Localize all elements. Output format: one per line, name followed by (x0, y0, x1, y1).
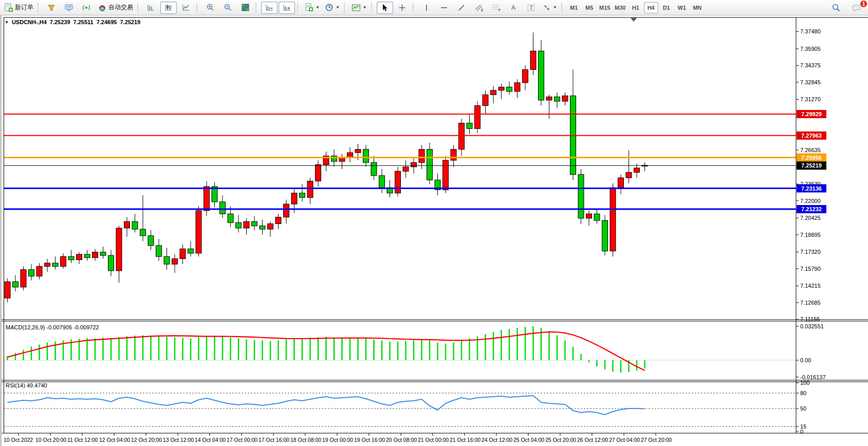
ohlc-open: 7.25239 (50, 19, 70, 25)
signals-button[interactable] (78, 2, 95, 14)
timeframe-W1[interactable]: W1 (675, 2, 689, 13)
monitor-icon (64, 4, 73, 12)
bar-chart-button[interactable] (143, 2, 159, 14)
chevron-down-icon: ▼ (316, 5, 320, 10)
tile-windows-button[interactable] (237, 2, 253, 14)
candle-body (483, 95, 488, 105)
candle-body (594, 214, 600, 220)
timeframe-M5[interactable]: M5 (582, 2, 597, 13)
time-axis-label: 26 Oct 12:00 (577, 437, 608, 443)
macd-signal-value: -0.009722 (73, 324, 99, 330)
notification-badge: 1 (860, 0, 867, 8)
candle-body (156, 246, 162, 256)
new-order-button[interactable]: 新订单 (2, 2, 35, 14)
trendline-tool[interactable] (453, 2, 470, 14)
timeframe-M1[interactable]: M1 (567, 2, 581, 13)
toolbar-grip (561, 3, 564, 12)
zoom-in-icon (206, 3, 215, 12)
crosshair-button[interactable] (394, 2, 411, 14)
price-axis-label: 7.35905 (800, 46, 821, 52)
time-axis-label: 27 Oct 04:00 (609, 437, 640, 443)
time-axis-label: 27 Oct 20:00 (641, 437, 672, 443)
candle-body (507, 87, 512, 91)
candle-body (252, 221, 257, 226)
arrows-tool[interactable]: ▼ (541, 2, 559, 14)
horizontal-line-tool[interactable] (436, 2, 452, 14)
timeframe-H4[interactable]: H4 (644, 2, 658, 13)
svg-text:F: F (498, 8, 501, 12)
trendline-icon (457, 4, 466, 12)
price-axis-label: 7.17320 (800, 249, 821, 255)
price-axis-label: 7.11155 (800, 316, 820, 322)
autotrading-button[interactable]: 自动交易 (96, 2, 135, 14)
candle-body (371, 162, 377, 176)
candle-body (578, 175, 584, 218)
candle-body (52, 263, 58, 266)
vertical-line-tool[interactable] (418, 2, 435, 14)
candle-body (355, 150, 361, 153)
candle-body (29, 270, 34, 276)
price-axis-label: 7.22000 (800, 198, 821, 204)
text-icon: A (510, 4, 518, 12)
search-button[interactable] (828, 2, 844, 14)
vertical-line-icon (423, 4, 430, 12)
candle-body (100, 252, 106, 255)
notifications-button[interactable]: 1 (848, 2, 865, 14)
candle-body (116, 228, 122, 271)
candle-body (68, 256, 74, 259)
metaeditor-button[interactable] (43, 2, 60, 14)
rsi-value: 49.4740 (27, 382, 47, 388)
line-chart-button[interactable] (178, 2, 194, 14)
autotrading-icon (98, 4, 107, 12)
candle-body (307, 181, 313, 197)
time-axis-label: 21 Oct 00:00 (418, 437, 449, 443)
time-axis-label: 21 Oct 16:00 (450, 437, 481, 443)
clock-icon (325, 3, 334, 12)
timeframe-D1[interactable]: D1 (659, 2, 674, 13)
periods-button[interactable]: ▼ (323, 2, 342, 14)
price-axis-label: 7.32845 (800, 79, 821, 85)
text-label-tool[interactable]: T (523, 2, 540, 14)
candle-body (196, 211, 201, 253)
candle-body (403, 167, 409, 172)
text-tool[interactable]: A (506, 2, 522, 14)
candle-body (626, 172, 632, 178)
auto-scroll-button[interactable] (261, 2, 278, 14)
candlestick-chart-button[interactable] (160, 2, 177, 14)
time-axis-label: 17 Oct 00:00 (227, 437, 257, 443)
new-order-icon (4, 3, 13, 12)
candle-body (316, 164, 321, 181)
chart-window: 7.374807.359057.343757.328457.312707.297… (0, 15, 868, 446)
timeframe-M15[interactable]: M15 (598, 2, 612, 13)
equidistant-channel-tool[interactable]: E (471, 2, 487, 14)
bar-chart-icon (147, 4, 155, 12)
macd-main-value: -0.007905 (46, 324, 72, 330)
zoom-in-button[interactable] (202, 2, 218, 14)
templates-button[interactable]: ▼ (349, 2, 369, 14)
indicators-button[interactable]: ▼ (303, 2, 322, 14)
rsi-label: RSI(14) 49.4740 (6, 382, 47, 388)
candle-body (284, 204, 289, 217)
fibonacci-tool[interactable]: F (488, 2, 505, 14)
timeframe-H1[interactable]: H1 (629, 2, 643, 13)
timeframe-MN[interactable]: MN (690, 2, 705, 13)
price-axis-label: 7.26635 (800, 147, 821, 153)
macd-name: MACD(12,26,9) (6, 324, 45, 330)
candle-body (21, 270, 26, 287)
candle-body (523, 69, 528, 83)
candle-body (132, 221, 138, 229)
candle-body (220, 202, 226, 214)
time-axis-label: 25 Oct 20:00 (545, 437, 576, 443)
terminal-button[interactable] (61, 2, 77, 14)
chart-shift-button[interactable] (279, 2, 295, 14)
zoom-out-button[interactable] (219, 2, 236, 14)
candle-body (84, 254, 90, 257)
chart-shift-icon (283, 4, 291, 12)
cursor-button[interactable] (377, 2, 393, 14)
rsi-scale-label: 100 (800, 380, 809, 386)
one-click-panel-toggle[interactable]: ▼ (5, 20, 9, 25)
timeframe-M30[interactable]: M30 (613, 2, 627, 13)
indicators-icon (305, 3, 313, 12)
candle-body (260, 226, 265, 229)
funnel-icon (47, 4, 56, 12)
